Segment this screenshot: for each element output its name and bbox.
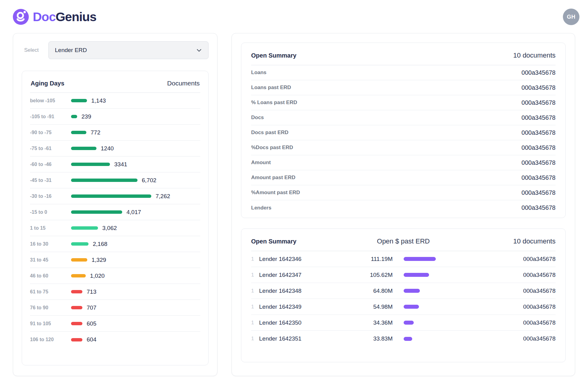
aging-card-title: Aging Days (31, 80, 64, 87)
aging-bar (71, 179, 138, 182)
lender-bar-chart: 1Lender 1642346111.19M000a3456781Lender … (251, 251, 556, 347)
lender-name: Lender 1642347 (259, 272, 347, 278)
summary-row: Lenders000a345678 (251, 200, 556, 215)
aging-row: -105 to -91239 (30, 109, 200, 125)
lender-bar-wrap (393, 321, 503, 325)
aging-value: 2,168 (93, 241, 107, 247)
aging-range-label: -90 to -75 (30, 130, 71, 135)
aging-bar-chart: below -1051,143-105 to -91239-90 to -757… (30, 93, 200, 348)
docgenius-logo-icon (13, 9, 29, 25)
main-content: Select Lender ERD Aging Days Documents b… (0, 25, 588, 376)
lender-name: Lender 1642348 (259, 288, 347, 294)
summary-row: Docs000a345678 (251, 110, 556, 125)
aging-row: 106 to 120604 (30, 332, 200, 348)
avatar[interactable]: GH (563, 9, 579, 25)
summary-label: %Amount past ERD (251, 190, 300, 196)
open-summary-doc-count: 10 documents (403, 51, 556, 59)
summary-row: Amount past ERD000a345678 (251, 170, 556, 185)
open-dollars-column-header: Open $ past ERD (352, 237, 454, 245)
select-label: Select (24, 47, 39, 53)
aging-value: 1,020 (90, 273, 105, 279)
lender-amount: 33.83M (347, 335, 393, 342)
aging-range-label: 91 to 105 (30, 321, 71, 326)
aging-value: 1,143 (91, 97, 106, 104)
aging-row: -15 to 04,017 (30, 204, 200, 220)
aging-value: 4,017 (126, 209, 141, 216)
lender-row: 1Lender 1642346111.19M000a345678 (251, 251, 556, 267)
aging-value: 239 (81, 113, 91, 120)
aging-range-label: -60 to -46 (30, 162, 71, 167)
aging-row: -75 to -611240 (30, 141, 200, 156)
brand-logo: DocGenius (13, 9, 96, 25)
summary-row: Docs past ERD000a345678 (251, 125, 556, 140)
aging-value: 713 (87, 288, 96, 295)
lender-doc-value: 000a345678 (503, 319, 556, 326)
report-select-value: Lender ERD (55, 47, 87, 54)
lender-amount: 64.80M (347, 288, 393, 294)
open-dollars-doc-count: 10 documents (454, 237, 556, 245)
aging-range-label: below -105 (30, 98, 71, 104)
lender-bar (404, 257, 436, 261)
lender-amount: 111.19M (347, 256, 393, 262)
aging-days-card: Aging Days Documents below -1051,143-105… (22, 71, 209, 365)
aging-row: 61 to 75713 (30, 284, 200, 300)
summary-row: Loans000a345678 (251, 65, 556, 80)
aging-range-label: -75 to -61 (30, 146, 71, 151)
app-header: DocGenius GH (0, 0, 588, 25)
summary-label: % Loans past ERD (251, 100, 297, 106)
aging-range-label: -105 to -91 (30, 114, 71, 119)
aging-value: 3341 (114, 161, 127, 168)
lender-index: 1 (251, 256, 259, 262)
aging-row: -30 to -167,262 (30, 188, 200, 204)
lender-doc-value: 000a345678 (503, 303, 556, 310)
aging-row: 46 to 601,020 (30, 268, 200, 284)
summary-label: Docs (251, 115, 264, 121)
lender-index: 1 (251, 304, 259, 310)
summary-value: 000a345678 (522, 189, 556, 196)
lender-name: Lender 1642346 (259, 256, 347, 262)
summary-row: %Docs past ERD000a345678 (251, 140, 556, 155)
lender-doc-value: 000a345678 (503, 335, 556, 342)
lender-row: 1Lender 164235133.83M000a345678 (251, 331, 556, 347)
aging-bar (71, 338, 82, 341)
summary-label: Lenders (251, 205, 271, 211)
aging-bar (71, 242, 89, 246)
aging-range-label: 61 to 75 (30, 289, 71, 295)
aging-value: 1,329 (92, 257, 106, 263)
aging-row: 1 to 153,062 (30, 220, 200, 236)
summary-value: 000a345678 (522, 144, 556, 151)
summary-row: Loans past ERD000a345678 (251, 80, 556, 95)
aging-range-label: 1 to 15 (30, 225, 71, 231)
lender-doc-value: 000a345678 (503, 272, 556, 278)
open-summary-card: Open Summary 10 documents Loans000a34567… (241, 43, 566, 218)
lender-bar (404, 273, 429, 277)
aging-row: 31 to 451,329 (30, 252, 200, 268)
aging-panel: Select Lender ERD Aging Days Documents b… (13, 33, 217, 376)
summary-label: %Docs past ERD (251, 145, 293, 151)
summary-value: 000a345678 (522, 159, 556, 166)
aging-value: 604 (87, 336, 96, 343)
summary-value: 000a345678 (522, 204, 556, 211)
summary-row: %Amount past ERD000a345678 (251, 185, 556, 200)
lender-row: 1Lender 1642347105.62M000a345678 (251, 267, 556, 283)
summary-value: 000a345678 (522, 84, 556, 91)
lender-row: 1Lender 164234954.98M000a345678 (251, 299, 556, 315)
aging-value: 605 (87, 320, 96, 327)
lender-bar-wrap (393, 273, 503, 277)
aging-range-label: 46 to 60 (30, 273, 71, 279)
lender-bar (404, 289, 420, 293)
lender-row: 1Lender 164235034.36M000a345678 (251, 315, 556, 331)
open-summary-title: Open Summary (251, 52, 403, 59)
aging-range-label: 106 to 120 (30, 337, 71, 342)
aging-value: 7,262 (156, 193, 170, 200)
lender-name: Lender 1642349 (259, 303, 347, 310)
summary-row: % Loans past ERD000a345678 (251, 95, 556, 110)
lender-doc-value: 000a345678 (503, 256, 556, 262)
aging-value: 772 (91, 129, 100, 136)
brand-name-doc: Doc (33, 10, 55, 24)
lender-index: 1 (251, 272, 259, 278)
summary-value: 000a345678 (522, 99, 556, 106)
summary-label: Amount (251, 160, 271, 166)
report-select[interactable]: Lender ERD (48, 41, 209, 59)
aging-value: 3,062 (102, 225, 117, 232)
